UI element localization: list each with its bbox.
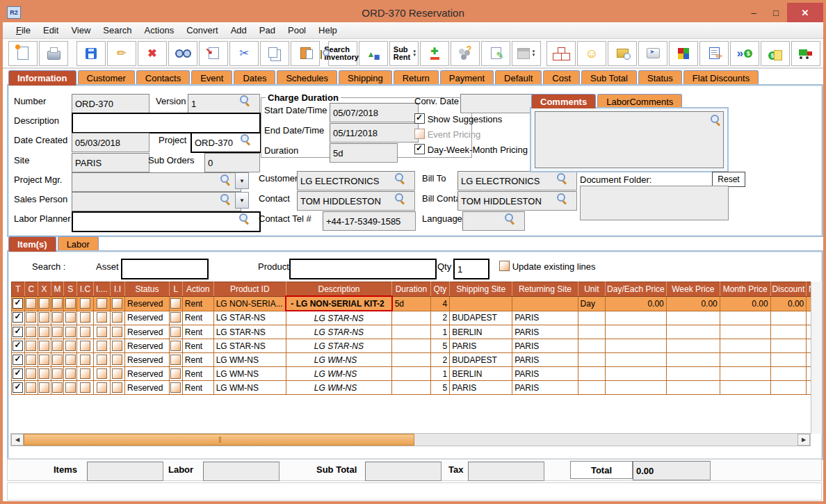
table-cell[interactable]: 2 [430,353,450,367]
table-row[interactable]: ReservedRentLG WM-NSLG WM-NS5PARISPARIS [12,381,822,395]
table-cell[interactable]: PARIS [512,353,578,367]
row-checkbox[interactable] [39,312,49,323]
table-cell[interactable]: Rent [182,325,213,339]
table-cell[interactable] [606,367,667,381]
row-checkbox[interactable] [80,298,90,309]
row-checkbox[interactable] [112,341,122,351]
maximize-button[interactable]: □ [765,3,787,22]
sub-rent-dropdown-icon[interactable]: ▼▼ [412,50,416,57]
row-checkbox-cell[interactable] [38,339,51,353]
qty-input[interactable]: 1 [453,259,489,279]
scroll-right-arrow[interactable]: ▶ [797,434,810,446]
row-checkbox[interactable] [97,298,107,309]
table-cell[interactable] [578,381,606,395]
comments-textarea[interactable] [535,111,724,168]
row-checkbox[interactable] [170,368,181,379]
table-cell[interactable]: Reserved [125,325,170,339]
table-cell[interactable]: LG STAR-NS [213,311,286,325]
show-suggestions-checkbox[interactable] [414,113,425,124]
row-checkbox[interactable] [39,368,49,379]
row-checkbox-cell[interactable] [64,339,77,353]
col-header-x[interactable]: X [38,282,51,297]
table-cell[interactable] [666,325,720,339]
row-checkbox[interactable] [170,341,181,351]
row-checkbox[interactable] [65,298,76,309]
row-checkbox-cell[interactable] [12,311,25,325]
labor-planner-field[interactable] [72,211,261,232]
table-cell[interactable]: 5 [430,339,450,353]
sub-rent-button[interactable]: Sub Rent▼▼ [389,41,419,66]
contact-search-icon[interactable] [394,193,405,203]
row-checkbox-cell[interactable] [51,367,64,381]
row-checkbox[interactable] [65,355,76,365]
row-checkbox-checked[interactable] [13,382,23,393]
table-cell[interactable] [770,367,807,381]
tab-shipping[interactable]: Shipping [339,70,392,86]
language-field[interactable] [462,211,525,231]
notepad-button[interactable] [481,41,510,66]
row-checkbox-cell[interactable] [169,381,182,395]
row-checkbox[interactable] [26,341,36,351]
delete-button[interactable] [138,41,167,66]
table-cell[interactable]: LG WM-NS [286,367,391,381]
row-checkbox[interactable] [65,382,76,393]
row-checkbox-cell[interactable] [64,296,77,311]
row-checkbox-checked[interactable] [13,368,23,379]
row-checkbox-cell[interactable] [38,367,51,381]
row-checkbox-cell[interactable] [93,367,110,381]
table-cell[interactable]: Rent [182,381,213,395]
row-checkbox-cell[interactable] [38,311,51,325]
row-checkbox[interactable] [26,355,36,365]
row-checkbox-cell[interactable] [24,381,38,395]
table-cell[interactable]: Reserved [125,296,170,311]
row-checkbox[interactable] [39,327,49,337]
table-cell[interactable]: PARIS [512,325,578,339]
row-checkbox-cell[interactable] [24,353,38,367]
row-checkbox-cell[interactable] [77,296,93,311]
row-checkbox[interactable] [26,298,36,309]
table-row[interactable]: ReservedRentLG NON-SERIA...- LG NON-SERI… [12,296,822,311]
update-lines-checkbox[interactable] [499,261,510,271]
row-checkbox-cell[interactable] [12,353,25,367]
folder-clock-button[interactable] [608,41,637,66]
row-checkbox[interactable] [97,355,107,365]
table-cell[interactable]: 1 [430,325,450,339]
row-checkbox[interactable] [80,382,90,393]
new-document-button[interactable] [8,41,38,66]
row-checkbox[interactable] [52,298,63,309]
table-cell[interactable] [392,353,430,367]
table-cell[interactable]: BERLIN [450,325,512,339]
sales-person-field[interactable] [72,192,241,211]
menu-convert[interactable]: Convert [180,23,225,38]
table-cell[interactable]: 4 [430,296,450,311]
col-header-discount[interactable]: Discount [770,282,807,297]
transfer-button[interactable] [199,41,228,66]
cut-button[interactable] [229,41,259,66]
table-cell[interactable] [720,367,770,381]
row-checkbox[interactable] [97,312,107,323]
tab-labor[interactable]: Labor [58,236,99,252]
table-row[interactable]: ReservedRentLG STAR-NSLG STAR-NS2BUDAPES… [12,311,822,325]
customer-search-icon[interactable] [394,172,405,183]
table-cell[interactable]: Reserved [125,367,170,381]
col-header-unit[interactable]: Unit [578,282,606,297]
row-checkbox-cell[interactable] [93,381,110,395]
paste-button[interactable] [291,41,320,66]
row-checkbox[interactable] [39,382,49,393]
table-cell[interactable]: Day [578,296,606,311]
table-cell[interactable]: Rent [182,296,213,311]
row-checkbox-cell[interactable] [110,381,124,395]
org-chart-button[interactable] [546,41,576,66]
note-edit-button[interactable] [699,41,729,66]
table-cell[interactable] [392,339,430,353]
table-cell[interactable]: LG WM-NS [286,353,391,367]
col-header-returning-site[interactable]: Returning Site [512,282,578,297]
table-cell[interactable]: LG WM-NS [213,367,286,381]
table-cell[interactable]: 1 [430,367,450,381]
forward-dollar-button[interactable] [730,41,759,66]
row-checkbox[interactable] [80,355,90,365]
table-cell[interactable] [666,353,720,367]
tab-status[interactable]: Status [638,70,682,86]
tab-information[interactable]: Information [8,70,76,86]
row-checkbox-cell[interactable] [64,381,77,395]
